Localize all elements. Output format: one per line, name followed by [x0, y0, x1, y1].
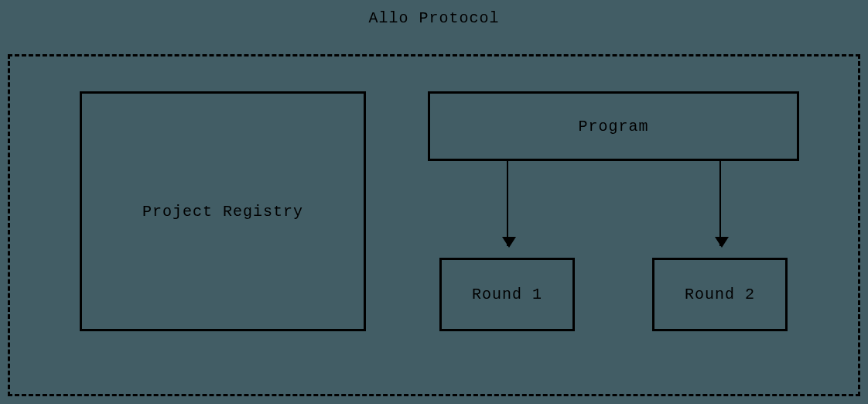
project-registry-box: Project Registry [80, 91, 366, 331]
program-label: Program [578, 118, 648, 135]
round2-box: Round 2 [652, 258, 788, 331]
protocol-container: Project Registry Program Round 1 Round 2 [8, 54, 860, 396]
project-registry-label: Project Registry [142, 203, 303, 221]
program-box: Program [428, 91, 799, 161]
round1-box: Round 1 [439, 258, 575, 331]
round1-label: Round 1 [472, 286, 542, 303]
arrow-program-to-round2 [719, 161, 721, 246]
diagram-title: Allo Protocol [0, 9, 868, 27]
round2-label: Round 2 [685, 286, 755, 303]
arrow-program-to-round1 [507, 161, 508, 246]
